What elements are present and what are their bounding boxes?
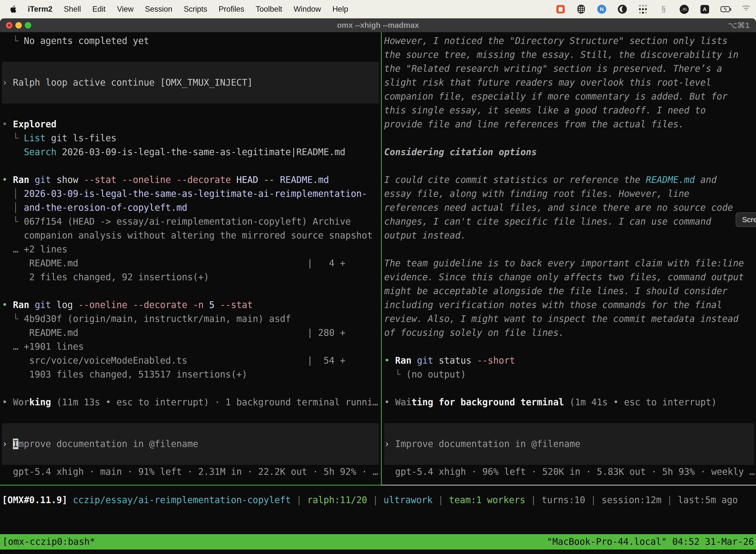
pane-border-bottom-right <box>382 485 756 486</box>
tmux-session-label: [omx-cczip0:bash* <box>2 534 95 550</box>
terminal-line: the "Related research writing" section i… <box>384 62 755 76</box>
terminal-line: │ 2026-03-09-is-legal-the-same-as-legiti… <box>2 187 380 201</box>
terminal-line <box>384 159 755 173</box>
terminal-line: └ (no output) <box>384 368 755 382</box>
terminal-line: Search 2026-03-09-is-legal-the-same-as-l… <box>2 145 380 159</box>
terminal-line: … +2 lines <box>2 242 380 257</box>
terminal-line: provide file and line references from th… <box>384 117 755 131</box>
terminal-line <box>2 451 380 465</box>
terminal-line: • Ran git show --stat --oneline --decora… <box>2 173 380 187</box>
terminal-line: changes, I can't cite specific file line… <box>384 215 755 229</box>
window-title: omx --xhigh --madmax <box>0 18 756 32</box>
terminal-line: • Ran git status --short <box>384 354 755 368</box>
terminal-line: └ 067f154 (HEAD -> essay/ai-reimplementa… <box>2 215 380 229</box>
terminal-line: … +1901 lines <box>2 340 380 354</box>
menu-item-shell[interactable]: Shell <box>64 5 81 14</box>
terminal-line: However, I noticed the "Directory Struct… <box>384 34 755 48</box>
terminal-line: └ No agents completed yet <box>2 34 380 48</box>
terminal-line <box>384 409 755 423</box>
terminal-line <box>2 104 380 117</box>
terminal-line: output instead. <box>384 229 755 242</box>
terminal-line: might be acceptable alongside the file l… <box>384 284 755 298</box>
terminal-line: slight risk that future readers may over… <box>384 76 755 90</box>
left-terminal-pane[interactable]: └ No agents completed yet › Ralph loop a… <box>2 34 380 484</box>
menu-status-icons: N § ..61 A ϟ <box>556 0 751 18</box>
terminal-line: 2 files changed, 92 insertions(+) <box>2 270 380 284</box>
terminal-line: • Explored <box>2 117 380 131</box>
window-shortcut-badge: ⌥⌘1 <box>728 18 750 32</box>
menu-item-session[interactable]: Session <box>145 5 172 14</box>
menu-item-window[interactable]: Window <box>294 5 321 14</box>
terminal-line: Considering citation options <box>384 145 755 159</box>
terminal-line: • Waiting for background terminal (1m 41… <box>384 395 755 409</box>
apple-icon[interactable] <box>10 5 17 13</box>
menu-item-view[interactable]: View <box>117 5 134 14</box>
terminal-line: The team guideline is to back every impo… <box>384 257 755 270</box>
terminal-line: the source tree, missing the essay. Stil… <box>384 48 755 62</box>
terminal-line: 1903 files changed, 513517 insertions(+) <box>2 368 380 382</box>
terminal-line: • Ran git log --oneline --decorate -n 5 … <box>2 298 380 312</box>
keyboard-a-icon[interactable]: A <box>700 4 709 14</box>
terminal-line: └ 4b9d30f (origin/main, instructkr/main,… <box>2 312 380 326</box>
terminal-line: review. Also, I might want to inspect th… <box>384 312 755 326</box>
terminal-line: of focusing solely on file lines. <box>384 326 755 340</box>
terminal-line <box>2 409 380 423</box>
iterm-window: omx --xhigh --madmax ⌥⌘1 └ No agents com… <box>0 18 756 554</box>
menu-item-toolbelt[interactable]: Toolbelt <box>256 5 282 14</box>
terminal-line <box>2 159 380 173</box>
terminal-line: › Improve documentation in @filename <box>2 437 380 451</box>
terminal-line: • Working (11m 13s • esc to interrupt) ·… <box>2 395 380 409</box>
window-title-bar[interactable]: omx --xhigh --madmax ⌥⌘1 <box>0 18 756 32</box>
battery-61-disc-icon[interactable]: ..61 <box>679 4 689 14</box>
terminal-line: › Improve documentation in @filename <box>384 437 755 451</box>
terminal-line: including verification notes with those … <box>384 298 755 312</box>
terminal-line: └ List git ls-files <box>2 131 380 145</box>
terminal-line: companion file, especially if more comme… <box>384 90 755 104</box>
terminal-line: README.md | 280 + <box>2 326 380 340</box>
right-terminal-pane[interactable]: However, I noticed the "Directory Struct… <box>384 34 755 484</box>
terminal-line: this single essay, it seems like a good … <box>384 104 755 117</box>
blue-badge-icon[interactable]: N <box>597 4 607 14</box>
menu-item-help[interactable]: Help <box>332 5 348 14</box>
terminal-line: I could cite commit statistics or refere… <box>384 173 755 187</box>
terminal-line: companion analysis without altering the … <box>2 229 380 242</box>
terminal-line: evidence. Since this change only affects… <box>384 270 755 284</box>
tmux-host-clock: "MacBook-Pro-44.local" 04:52 31-Mar-26 <box>547 534 754 550</box>
terminal-line: essay file, along with finding root file… <box>384 187 755 201</box>
terminal-line <box>2 62 380 76</box>
menu-item-edit[interactable]: Edit <box>92 5 106 14</box>
terminal-line <box>2 382 380 395</box>
screen-record-icon[interactable] <box>556 4 565 14</box>
terminal-line <box>2 423 380 437</box>
pane-divider-vertical[interactable] <box>381 32 382 485</box>
menu-item-scripts[interactable]: Scripts <box>184 5 207 14</box>
tmux-status-bar: [omx-cczip0:bash* "MacBook-Pro-44.local"… <box>0 534 756 550</box>
terminal-line <box>384 242 755 257</box>
shield-grid-icon[interactable] <box>576 4 586 14</box>
squiggle-icon[interactable]: § <box>659 4 668 14</box>
terminal-line: README.md | 4 + <box>2 257 380 270</box>
terminal-line: │ and-the-erosion-of-copyleft.md <box>2 201 380 215</box>
terminal-line: references need actual files, and since … <box>384 201 755 215</box>
terminal-line <box>2 48 380 62</box>
terminal-line: › Ralph loop active continue [OMX_TMUX_I… <box>2 76 380 90</box>
menu-item-iterm2[interactable]: iTerm2 <box>28 5 52 14</box>
terminal-line <box>384 340 755 354</box>
pane-border-bottom-left <box>0 485 382 486</box>
menu-item-profiles[interactable]: Profiles <box>218 5 244 14</box>
wifi-icon[interactable] <box>741 5 751 13</box>
terminal-line <box>384 451 755 465</box>
dark-disc-icon[interactable] <box>618 4 627 14</box>
menu-items: iTerm2ShellEditViewSessionScriptsProfile… <box>28 5 348 14</box>
omx-status-line: [OMX#0.11.9] cczip/essay/ai-reimplementa… <box>2 493 738 507</box>
terminal-line: gpt-5.4 xhigh · 96% left · 520K in · 5.8… <box>384 465 755 479</box>
terminal-line: src/voice/voiceModeEnabled.ts | 54 + <box>2 354 380 368</box>
terminal-line: gpt-5.4 xhigh · main · 91% left · 2.31M … <box>2 465 380 479</box>
terminal-line <box>384 423 755 437</box>
battery-charging-icon[interactable]: ϟ <box>720 4 730 14</box>
terminal-line <box>2 284 380 298</box>
terminal-line <box>384 382 755 395</box>
dots-grid-icon[interactable] <box>638 4 648 14</box>
screen-overlay-button[interactable]: Scre <box>736 213 756 227</box>
terminal-line <box>2 90 380 104</box>
